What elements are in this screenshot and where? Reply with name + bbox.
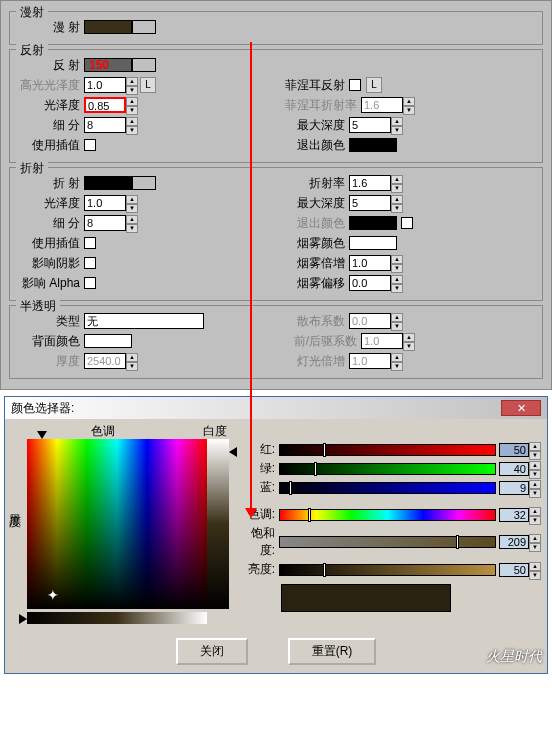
h-slider[interactable] [279,509,496,521]
refr-subdiv-input[interactable]: 8 [84,215,126,231]
fog-bias-spinner[interactable]: ▲▼ [391,275,403,291]
refl-interp-checkbox[interactable] [84,139,96,151]
refr-subdiv-spinner[interactable]: ▲▼ [126,215,138,231]
refl-subdiv-spinner[interactable]: ▲▼ [126,117,138,133]
diffuse-map-slot[interactable] [132,20,156,34]
trans-light-input[interactable]: 1.0 [349,353,391,369]
hilight-gloss-label: 高光光泽度 [16,77,84,94]
r-label: 红: [237,441,279,458]
trans-fb-input[interactable]: 1.0 [361,333,403,349]
v-spinner[interactable]: ▲▼ [529,562,541,578]
refl-gloss-spinner[interactable]: ▲▼ [126,97,138,113]
refr-ior-input[interactable]: 1.6 [349,175,391,191]
hue-marker-icon [37,431,47,439]
refr-ior-label: 折射率 [281,175,349,192]
refr-maxd-spinner[interactable]: ▲▼ [391,195,403,211]
fog-mult-input[interactable]: 1.0 [349,255,391,271]
trans-fb-spinner[interactable]: ▲▼ [403,333,415,349]
g-label: 绿: [237,460,279,477]
refract-map-slot[interactable] [132,176,156,190]
hue-whiteness-area: 色调 白度 黑度 ✦ [11,425,229,624]
refract-swatch[interactable] [84,176,132,190]
titlebar[interactable]: 颜色选择器: ✕ [5,397,547,419]
fresnel-lock-button[interactable]: L [366,77,382,93]
blackness-strip[interactable] [27,612,207,624]
fog-color-swatch[interactable] [349,236,397,250]
fog-mult-label: 烟雾倍增 [281,255,349,272]
trans-back-swatch[interactable] [84,334,132,348]
close-button[interactable]: 关闭 [176,638,248,665]
fog-mult-spinner[interactable]: ▲▼ [391,255,403,271]
hilight-lock-button[interactable]: L [140,77,156,93]
color-preview [281,584,451,612]
arrow-head-icon [245,508,257,518]
trans-thick-input[interactable]: 2540.0 [84,353,126,369]
hue-field[interactable]: ✦ [27,439,207,609]
r-input[interactable]: 50 [499,443,529,457]
r-slider[interactable] [279,444,496,456]
s-slider[interactable] [279,536,496,548]
h-spinner[interactable]: ▲▼ [529,507,541,523]
g-spinner[interactable]: ▲▼ [529,461,541,477]
refl-exit-swatch[interactable] [349,138,397,152]
s-spinner[interactable]: ▲▼ [529,534,541,550]
b-spinner[interactable]: ▲▼ [529,480,541,496]
refr-exit-checkbox[interactable] [401,217,413,229]
v-input[interactable]: 50 [499,563,529,577]
fresnel-checkbox[interactable] [349,79,361,91]
crosshair-icon: ✦ [47,587,59,603]
refl-maxd-label: 最大深度 [281,117,349,134]
trans-scatter-input[interactable]: 0.0 [349,313,391,329]
refl-maxd-spinner[interactable]: ▲▼ [391,117,403,133]
fresnel-ior-spinner[interactable]: ▲▼ [403,97,415,113]
refr-gloss-spinner[interactable]: ▲▼ [126,195,138,211]
refr-gloss-input[interactable]: 1.0 [84,195,126,211]
refl-gloss-label: 光泽度 [16,97,84,114]
fresnel-ior-label: 菲涅耳折射率 [281,97,361,114]
reflect-map-slot[interactable] [132,58,156,72]
refr-alpha-checkbox[interactable] [84,277,96,289]
s-label: 饱和度: [237,525,279,559]
g-input[interactable]: 40 [499,462,529,476]
s-input[interactable]: 209 [499,535,529,549]
v-slider[interactable] [279,564,496,576]
refr-shadows-checkbox[interactable] [84,257,96,269]
hilight-gloss-spinner[interactable]: ▲▼ [126,77,138,93]
r-spinner[interactable]: ▲▼ [529,442,541,458]
reflect-swatch[interactable]: 150 [84,58,132,72]
close-icon[interactable]: ✕ [501,400,541,416]
trans-scatter-spinner[interactable]: ▲▼ [391,313,403,329]
refr-exit-label: 退出颜色 [281,215,349,232]
hue-axis-label: 色调 [91,423,115,440]
refr-exit-swatch[interactable] [349,216,397,230]
whiteness-marker-icon [229,447,237,457]
b-slider[interactable] [279,482,496,494]
fresnel-ior-input[interactable]: 1.6 [361,97,403,113]
translucency-group: 半透明 类型 无 背面颜色 厚度 2540.0 ▲▼ 散布系 [9,305,543,379]
refl-subdiv-input[interactable]: 8 [84,117,126,133]
h-input[interactable]: 32 [499,508,529,522]
trans-thick-spinner[interactable]: ▲▼ [126,353,138,369]
trans-type-select[interactable]: 无 [84,313,204,329]
trans-light-spinner[interactable]: ▲▼ [391,353,403,369]
color-picker-dialog: 颜色选择器: ✕ 色调 白度 黑度 ✦ 红: [4,396,548,674]
diffuse-swatch[interactable] [84,20,132,34]
b-label: 蓝: [237,479,279,496]
g-slider[interactable] [279,463,496,475]
refl-gloss-input[interactable]: 0.85 [84,97,126,113]
refr-interp-checkbox[interactable] [84,237,96,249]
refl-maxd-input[interactable]: 5 [349,117,391,133]
hilight-gloss-input[interactable]: 1.0 [84,77,126,93]
v-label: 亮度: [237,561,279,578]
refr-ior-spinner[interactable]: ▲▼ [391,175,403,191]
trans-thick-label: 厚度 [16,353,84,370]
refr-gloss-label: 光泽度 [16,195,84,212]
refr-maxd-input[interactable]: 5 [349,195,391,211]
reset-button[interactable]: 重置(R) [288,638,377,665]
b-input[interactable]: 9 [499,481,529,495]
h-label: 色调: [237,506,279,523]
fog-bias-input[interactable]: 0.0 [349,275,391,291]
diffuse-title: 漫射 [16,4,48,21]
whiteness-strip[interactable] [207,439,229,609]
trans-fb-label: 前/后驱系数 [281,333,361,350]
